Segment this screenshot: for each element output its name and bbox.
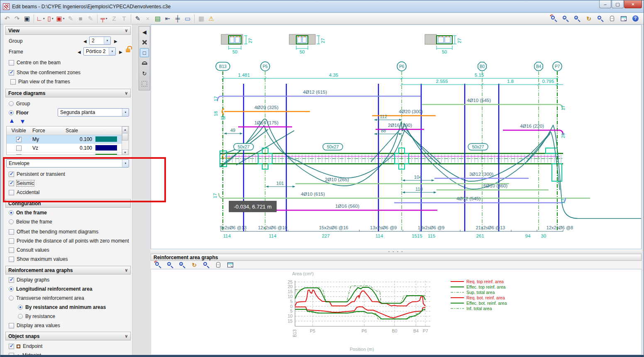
undo-icon[interactable]: ↶ [2, 14, 12, 23]
display-area-values-checkbox[interactable]: Display area values [9, 322, 60, 329]
scroll-down-icon[interactable]: ▼ [122, 149, 128, 155]
zoom-previous-icon[interactable]: ↶ [153, 260, 163, 270]
persistent-transient-checkbox[interactable]: Persistent or transient [9, 171, 65, 177]
floor-down-button[interactable]: ▼ [20, 118, 26, 125]
beam-section-icon[interactable]: ▣▼ [56, 14, 66, 23]
transverse-radio[interactable]: Transverse reinforcement area [9, 295, 84, 301]
table-scrollbar[interactable]: ▲ ▼ [122, 126, 129, 155]
checkbox[interactable] [10, 79, 16, 85]
force-diagrams-section-header[interactable]: Force diagrams ∨ [5, 89, 131, 97]
visible-checkbox[interactable] [16, 146, 22, 151]
below-the-frame-radio[interactable]: Below the frame [9, 219, 52, 225]
full-screen-icon[interactable] [619, 14, 629, 23]
block-disabled-icon[interactable]: ■ [76, 14, 85, 23]
envelope-select[interactable]: Envelope▼ [6, 159, 129, 168]
radio[interactable] [9, 296, 14, 301]
machine-disabled-icon[interactable]: ▦ [196, 14, 206, 23]
object-snaps-section-header[interactable]: Object snaps ∨ [5, 332, 131, 340]
view-section-header[interactable]: View ∨ [5, 26, 131, 35]
frame-next-button[interactable]: ▶ [119, 49, 122, 55]
pan-hand-icon[interactable] [213, 260, 223, 270]
redraw-icon[interactable]: ↻ [189, 260, 199, 270]
zoom-all-icon[interactable]: + [165, 260, 175, 270]
radio[interactable] [18, 305, 23, 310]
longitudinal-radio[interactable]: Longitudinal reinforcement area [9, 286, 92, 292]
floor-select[interactable]: Segunda planta▼ [58, 108, 129, 117]
beam-errors-icon[interactable]: ╪ [173, 14, 183, 23]
consult-values-checkbox[interactable]: Consult values [9, 247, 49, 253]
group-next-button[interactable]: ▶ [114, 38, 117, 44]
zoom-x2-icon[interactable]: 2 [177, 260, 187, 270]
group-radio[interactable]: Group [9, 100, 30, 107]
force-table-row[interactable]: My0.100 [7, 135, 129, 144]
error-report-icon[interactable]: ⚠ [206, 14, 216, 23]
frame-select[interactable]: Pórtico 2▼ [83, 47, 116, 56]
minimize-button[interactable]: – [599, 0, 611, 8]
reinforcement-area-chart[interactable]: 252015105051015B13P5P6B0B4P7Area (cm²)Po… [151, 270, 641, 355]
floor-radio[interactable]: Floor [9, 109, 29, 116]
beam-corner-icon[interactable]: ∟▼ [36, 14, 46, 23]
select-rectangle-button[interactable]: □ [140, 48, 149, 57]
show-maximum-values-checkbox[interactable]: Show maximum values [9, 256, 68, 262]
configuration-section-header[interactable]: Configuration [5, 199, 131, 208]
checkbox[interactable] [9, 172, 14, 177]
checkbox[interactable] [9, 229, 14, 235]
radio[interactable] [9, 219, 14, 224]
by-resistance-min-radio[interactable]: By resistance and minimum areas [18, 304, 106, 311]
column-disabled-icon[interactable]: T [119, 14, 129, 23]
checkbox[interactable] [9, 323, 14, 328]
checkbox[interactable] [9, 181, 14, 186]
checkbox[interactable] [9, 70, 14, 75]
frame-prev-button[interactable]: ◀ [78, 49, 81, 55]
title-bar[interactable]: Edit beams - D:\CYPE Ingenieros\Ejemplos… [0, 0, 644, 13]
close-button[interactable]: × [624, 0, 642, 8]
reinforcement-chart-panel[interactable]: 252015105051015B13P5P6B0B4P7Area (cm²)Po… [151, 269, 642, 355]
accidental-checkbox[interactable]: Accidental [9, 189, 39, 196]
radio[interactable] [9, 210, 14, 215]
seismic-checkbox[interactable]: Seismic [9, 180, 34, 187]
edit-disabled-icon[interactable]: ✎ [66, 14, 76, 23]
dimension-text-icon[interactable]: ▭ [183, 14, 193, 23]
main-drawing-panel[interactable]: 50 27 50 27 [151, 24, 642, 249]
zero-moment-checkbox[interactable]: Provide the distance of all points with … [9, 238, 129, 244]
pan-hand-icon[interactable] [607, 14, 617, 23]
zoom-window-icon[interactable]: ▫ [595, 14, 605, 23]
show-confinement-zones-checkbox[interactable]: Show the confinement zones [9, 69, 80, 76]
zoom-all-icon[interactable]: + [561, 14, 571, 23]
delete-reinforcement-icon[interactable]: × [143, 14, 153, 23]
unlock-icon[interactable] [126, 49, 130, 52]
beam-loads-icon[interactable]: ⇤ [163, 14, 173, 23]
save-icon[interactable]: ▣ [22, 14, 32, 23]
tools-button[interactable] [140, 38, 149, 47]
centre-on-beam-checkbox[interactable]: Centre on the beam [9, 59, 61, 66]
zoom-x2-icon[interactable]: 2 [572, 14, 582, 23]
scroll-thumb[interactable] [122, 133, 128, 141]
plan-view-frames-checkbox[interactable]: Plan view of the frames [10, 78, 70, 85]
group-prev-button[interactable]: ◀ [83, 38, 87, 44]
radio[interactable] [9, 101, 14, 106]
modify-disabled-icon[interactable]: ✎ [85, 14, 95, 23]
checkbox[interactable] [9, 190, 14, 195]
radio[interactable] [9, 110, 14, 115]
measure-angle-button[interactable] [140, 58, 149, 68]
snap-grid-button[interactable] [140, 79, 149, 88]
full-screen-icon[interactable] [225, 260, 235, 270]
radio[interactable] [18, 314, 23, 319]
checkbox[interactable] [9, 60, 14, 66]
help-icon[interactable]: ? [630, 14, 640, 23]
group-select[interactable]: 2▼ [89, 36, 111, 45]
checkbox[interactable] [9, 257, 14, 262]
force-table-row[interactable]: Vz0.100 [7, 144, 129, 153]
checkbox[interactable] [9, 344, 14, 349]
by-resistance-radio[interactable]: By resistance [18, 313, 55, 320]
orbit-button[interactable]: ↻ [140, 69, 149, 78]
force-table-row[interactable]: N0.100 [7, 153, 129, 155]
scroll-up-icon[interactable]: ▲ [122, 126, 128, 133]
beam-drawing-canvas[interactable]: 50 27 50 27 [151, 25, 641, 249]
redraw-icon[interactable]: ↻ [584, 14, 594, 23]
depth-disabled-icon[interactable]: Z [109, 14, 119, 23]
on-the-frame-radio[interactable]: On the frame [9, 209, 47, 216]
splitter-handle[interactable]: ▪ ▪ ▪ ▪ [151, 249, 642, 254]
maximize-button[interactable]: ▢ [612, 0, 624, 8]
floor-up-button[interactable]: ▲ [9, 117, 15, 124]
